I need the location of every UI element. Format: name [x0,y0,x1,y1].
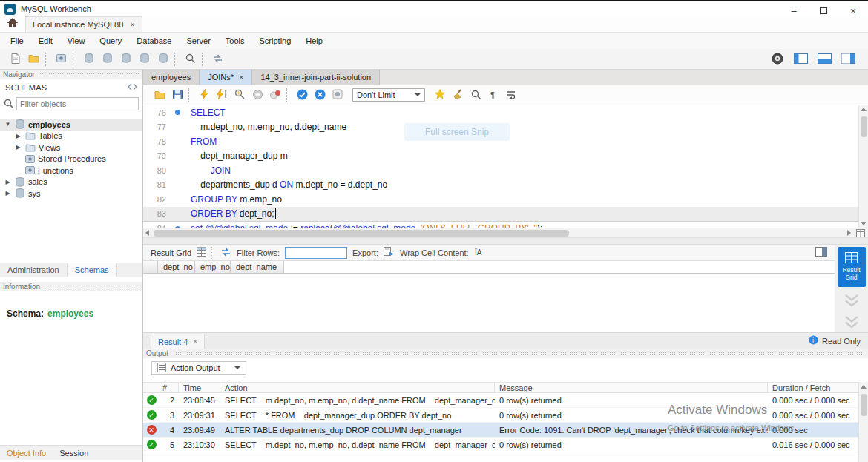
collapsed-panel-chevrons-icon[interactable] [843,315,861,330]
tree-item-functions[interactable]: Functions [0,165,142,176]
toggle-secondary-sidebar-button[interactable] [839,51,858,67]
grid-column-header-dept-name[interactable]: dept_name [231,261,284,273]
tree-collapse-arrow[interactable]: ▼ [4,121,12,128]
close-button[interactable]: × [838,3,868,18]
toggle-stop-on-error-button[interactable] [266,87,284,103]
filter-rows-input[interactable] [285,247,347,259]
scroll-right-icon[interactable] [847,230,851,236]
search-data-button[interactable] [181,51,200,67]
toggle-grid-panel-button[interactable] [815,247,827,258]
maximize-editor-button[interactable] [855,229,867,238]
tree-expand-arrow[interactable]: ▶ [4,179,12,185]
scroll-down-icon[interactable] [861,222,867,225]
result-4-tab[interactable]: Result 4 × [151,334,205,349]
menu-server[interactable]: Server [179,34,217,47]
rollback-button[interactable] [311,87,329,103]
tab-object-info[interactable]: Object Info [7,449,46,458]
tab-session[interactable]: Session [59,449,88,458]
row-selector-header[interactable] [143,261,158,273]
menu-view[interactable]: View [60,34,93,47]
open-script-button[interactable] [151,87,168,103]
editor-tab-joins[interactable]: JOINs*× [200,70,252,85]
preferences-button[interactable] [768,51,786,67]
close-icon[interactable]: × [130,20,134,29]
create-view-button[interactable] [116,51,135,67]
stop-button[interactable] [249,87,266,103]
output-scrollbar[interactable] [858,382,868,462]
close-icon[interactable]: × [193,337,197,346]
output-row[interactable]: ✕423:09:49ALTER TABLE departments_dup DR… [143,423,858,438]
grid-column-header-dept-no[interactable]: dept_no [158,261,195,273]
tree-item-sys[interactable]: ▶sys [0,188,142,199]
output-row[interactable]: ✓323:09:31SELECT * FROM dept_manager_dup… [143,408,858,423]
menu-help[interactable]: Help [298,34,330,47]
filter-objects-input[interactable] [16,97,139,110]
editor-vertical-scrollbar[interactable] [858,105,868,228]
limit-rows-dropdown[interactable]: Don't Limit [352,88,425,102]
editor-tab-employees[interactable]: employees [143,70,200,85]
collapse-expand-icon[interactable] [128,83,137,92]
tree-item-tables[interactable]: ▶Tables [0,131,142,142]
editor-result-splitter[interactable] [143,238,868,245]
open-sql-script-button[interactable] [24,51,43,67]
tab-administration[interactable]: Administration [0,263,67,277]
explain-button[interactable] [231,87,249,103]
tree-expand-arrow[interactable]: ▶ [4,190,12,197]
toggle-sidebar-button[interactable] [792,51,810,67]
create-table-button[interactable] [98,51,116,67]
tab-schemas[interactable]: Schemas [67,263,117,277]
sql-code-editor[interactable]: 76SELECT77 m.dept_no, m.emp_no, d.dept_n… [143,105,868,228]
tree-expand-arrow[interactable]: ▶ [14,133,22,139]
menu-edit[interactable]: Edit [31,34,60,47]
new-sql-tab-button[interactable] [6,51,24,67]
scrollbar-thumb[interactable] [861,116,867,137]
create-schema-button[interactable] [79,51,98,67]
tree-item-stored-procedures[interactable]: Stored Procedures [0,154,142,165]
wrap-cell-content-icon[interactable]: ĪA [474,247,486,258]
close-icon[interactable]: × [239,73,243,82]
minimize-button[interactable]: – [779,3,809,18]
home-tab[interactable] [0,16,25,32]
connection-tab[interactable]: Local instance MySQL80 × [25,16,142,32]
commit-button[interactable] [293,87,311,103]
create-procedure-button[interactable] [135,51,154,67]
refresh-icon[interactable] [220,248,231,258]
create-function-button[interactable] [154,51,172,67]
export-icon[interactable] [384,247,395,258]
tree-expand-arrow[interactable]: ▶ [14,144,22,151]
toggle-output-button[interactable] [815,51,834,67]
menu-tools[interactable]: Tools [218,34,252,47]
reconnect-dbms-button[interactable] [208,51,227,67]
grid-column-header-emp-no[interactable]: emp_no [195,261,231,273]
find-button[interactable] [467,87,484,103]
toggle-wrap-button[interactable] [502,87,520,103]
menu-query[interactable]: Query [92,34,129,47]
menu-database[interactable]: Database [129,34,179,47]
toggle-invisibles-button[interactable]: ¶ [484,87,502,103]
output-view-selector[interactable]: Action Output [151,361,246,375]
beautify-button[interactable] [449,87,467,103]
menu-file[interactable]: File [3,34,31,47]
scroll-left-icon[interactable] [145,230,149,236]
menu-scripting[interactable]: Scripting [252,34,299,47]
insert-snippet-button[interactable] [431,87,449,103]
toggle-autocommit-button[interactable] [329,87,346,103]
result-grid-body[interactable] [143,274,835,332]
scroll-up-icon[interactable] [861,385,867,389]
scrollbar-thumb[interactable] [861,394,867,416]
execute-button[interactable] [195,87,213,103]
scroll-up-icon[interactable] [861,108,867,111]
save-script-button[interactable] [168,87,186,103]
output-row[interactable]: ✓223:08:45SELECT m.dept_no, m.emp_no, d.… [143,393,858,408]
scrollbar-thumb[interactable] [154,230,569,237]
execute-current-button[interactable] [213,87,231,103]
result-grid-panel-button[interactable]: Result Grid [838,247,866,287]
tree-item-views[interactable]: ▶Views [0,142,142,154]
output-row[interactable]: ✓523:10:30SELECT m.dept_no, m.emp_no, d.… [143,438,858,452]
tree-item-sales[interactable]: ▶sales [0,176,142,188]
inspector-button[interactable] [52,51,70,67]
tree-item-employees[interactable]: ▼employees [0,119,142,131]
editor-horizontal-scrollbar[interactable] [143,228,853,237]
restore-button[interactable] [809,3,838,18]
collapsed-panel-chevrons-icon[interactable] [843,294,861,308]
